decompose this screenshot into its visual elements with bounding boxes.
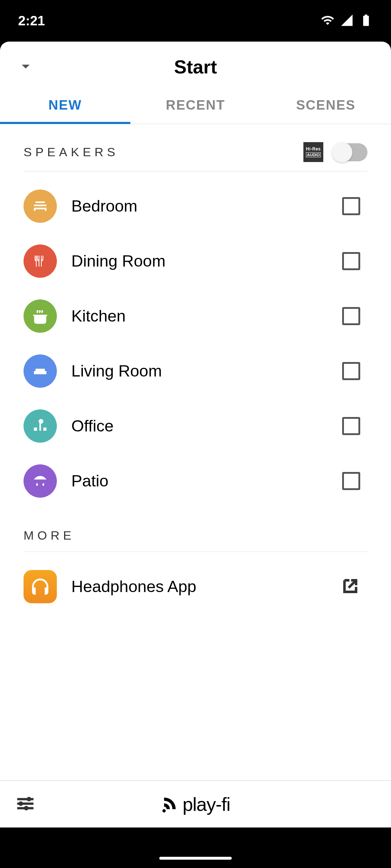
cutlery-icon <box>24 244 57 278</box>
brand-text: play-fi <box>182 793 230 815</box>
speakers-actions: Hi-Res AUDIO <box>303 142 367 162</box>
speaker-label: Office <box>71 417 328 435</box>
speaker-item-dining[interactable]: Dining Room <box>24 234 367 289</box>
hires-audio-badge: Hi-Res AUDIO <box>303 142 323 162</box>
header: Start <box>0 42 391 87</box>
tab-new[interactable]: NEW <box>0 87 130 124</box>
signal-icon <box>340 13 354 29</box>
more-item-headphones[interactable]: Headphones App <box>24 559 367 614</box>
speaker-label: Bedroom <box>71 197 328 216</box>
headphones-icon <box>24 570 57 603</box>
content: SPEAKERS Hi-Res AUDIO Bedroom Dining Roo… <box>0 124 391 614</box>
speaker-item-kitchen[interactable]: Kitchen <box>24 289 367 344</box>
hires-toggle[interactable] <box>334 143 367 161</box>
status-icons <box>321 13 373 29</box>
svg-point-1 <box>18 801 23 806</box>
speaker-label: Living Room <box>71 362 328 380</box>
speaker-item-office[interactable]: Office <box>24 399 367 454</box>
pot-icon <box>24 299 57 333</box>
chevron-down-icon <box>16 71 35 77</box>
speaker-item-living[interactable]: Living Room <box>24 344 367 399</box>
bed-icon <box>24 190 57 223</box>
speakers-title: SPEAKERS <box>24 145 119 159</box>
speaker-checkbox[interactable] <box>342 197 360 215</box>
tab-scenes[interactable]: SCENES <box>261 87 391 124</box>
app-container: Start NEW RECENT SCENES SPEAKERS Hi-Res … <box>0 42 391 827</box>
status-time: 2:21 <box>18 13 45 29</box>
tab-recent[interactable]: RECENT <box>130 87 261 124</box>
speaker-label: Kitchen <box>71 307 328 326</box>
sofa-icon <box>24 354 57 388</box>
desk-icon <box>24 409 57 443</box>
svg-point-0 <box>27 797 31 801</box>
wifi-icon <box>321 13 335 29</box>
nav-pill[interactable] <box>159 857 232 860</box>
status-bar: 2:21 <box>0 0 391 42</box>
tabs: NEW RECENT SCENES <box>0 87 391 124</box>
bottom-bar: play-fi <box>0 780 391 827</box>
patio-icon <box>24 464 57 498</box>
svg-point-2 <box>24 806 29 810</box>
battery-icon <box>359 13 373 29</box>
settings-button[interactable] <box>14 793 36 816</box>
speakers-section-header: SPEAKERS Hi-Res AUDIO <box>24 142 367 171</box>
speaker-checkbox[interactable] <box>342 252 360 270</box>
brand-logo: play-fi <box>161 793 230 815</box>
more-label: Headphones App <box>71 577 326 596</box>
playfi-mark-icon <box>161 794 181 814</box>
collapse-button[interactable] <box>16 57 35 77</box>
sliders-icon <box>14 809 36 816</box>
more-title: MORE <box>24 528 75 542</box>
speaker-label: Dining Room <box>71 252 328 271</box>
speaker-item-bedroom[interactable]: Bedroom <box>24 179 367 234</box>
system-nav-bar <box>0 848 391 868</box>
speaker-checkbox[interactable] <box>342 417 360 435</box>
speaker-checkbox[interactable] <box>342 362 360 380</box>
speaker-label: Patio <box>71 472 328 490</box>
speaker-item-patio[interactable]: Patio <box>24 454 367 509</box>
page-title: Start <box>18 56 373 78</box>
speaker-checkbox[interactable] <box>342 307 360 325</box>
speaker-checkbox[interactable] <box>342 472 360 490</box>
open-external-icon <box>340 576 367 597</box>
more-section-header: MORE <box>24 528 367 552</box>
